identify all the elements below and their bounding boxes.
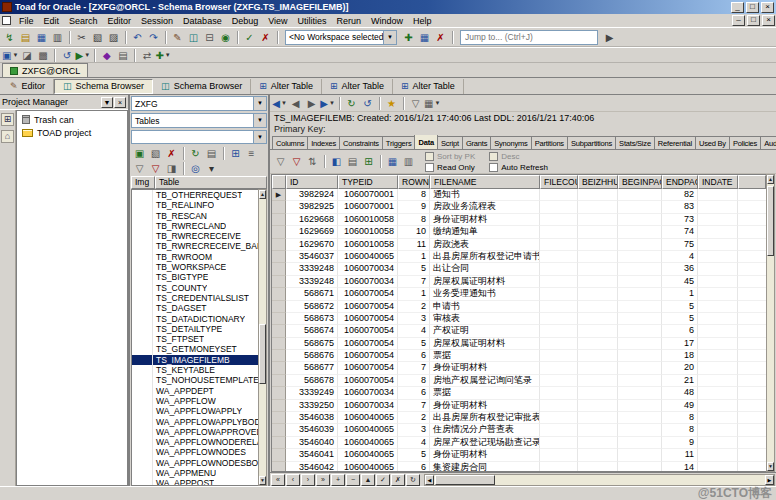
cell-beizhhu[interactable] [578, 462, 618, 471]
cell-indate[interactable] [698, 375, 738, 387]
cell-filename[interactable]: 身份证明材料 [430, 400, 540, 412]
child-window-icon[interactable] [2, 16, 11, 25]
menu-item-window[interactable]: Window [366, 16, 408, 26]
workspace-select[interactable]: <No Workspace selected> ▼ [285, 30, 397, 45]
table-list-item[interactable]: TS_FTPSET [132, 334, 258, 344]
cell-filecount[interactable] [540, 462, 578, 471]
cell-filecount[interactable] [540, 412, 578, 424]
cell-typeid[interactable]: 1060010058 [338, 226, 398, 238]
cell-filename[interactable]: 房政业务流程表 [430, 201, 540, 213]
cell-beginpage[interactable] [618, 301, 662, 313]
grid-scroll-left-icon[interactable]: ◀ [425, 475, 434, 485]
cell-rowno[interactable]: 4 [398, 325, 430, 337]
cell-indate[interactable] [698, 313, 738, 325]
cell-indate[interactable] [698, 400, 738, 412]
cell-filename[interactable]: 房政浇表 [430, 239, 540, 251]
cell-beizhhu[interactable] [578, 201, 618, 213]
cell-filename[interactable]: 住房情况分户普查表 [430, 424, 540, 436]
delete-record-icon[interactable]: − [346, 474, 360, 486]
copy-icon[interactable]: ▧ [90, 30, 105, 45]
table-list-item[interactable]: TS_CREDENTIALSLIST [132, 293, 258, 303]
cell-filename[interactable]: 房屋权属证明材料 [430, 338, 540, 350]
cell-beizhhu[interactable] [578, 263, 618, 275]
menu-item-utilities[interactable]: Utilities [293, 16, 332, 26]
cell-filename[interactable]: 票据 [430, 387, 540, 399]
tab-policies[interactable]: Policies [729, 136, 761, 149]
copy-object-icon[interactable]: ▧ [148, 146, 163, 161]
script-object-icon[interactable]: ▤ [204, 146, 219, 161]
table-row[interactable]: 1629669106001005810缴纳通知单74 [272, 226, 766, 238]
window-tab-alter-table-3[interactable]: ⊞Alter Table [251, 79, 322, 94]
filter-tables-icon[interactable]: ▽ [132, 161, 147, 176]
table-list-scrollbar[interactable]: ▲ ▼ [258, 189, 267, 486]
filter-data-icon[interactable]: ▽ [273, 154, 288, 169]
cell-rowno[interactable]: 3 [398, 424, 430, 436]
cell-id[interactable]: 1629669 [286, 226, 338, 238]
cell-typeid[interactable]: 1060070034 [338, 263, 398, 275]
paste-icon[interactable]: ▨ [106, 30, 121, 45]
grid-scroll-down-icon[interactable]: ▼ [767, 462, 774, 471]
table-row[interactable]: 56867110600700541业务受理通知书1 [272, 288, 766, 300]
next-object-icon[interactable]: ▶ [304, 96, 319, 111]
cell-beginpage[interactable] [618, 214, 662, 226]
database-icon[interactable]: ⊟ [202, 30, 217, 45]
cell-filecount[interactable] [540, 214, 578, 226]
cell-beizhhu[interactable] [578, 251, 618, 263]
table-list-item[interactable]: TS_COUNTY [132, 283, 258, 293]
cell-beginpage[interactable] [618, 239, 662, 251]
window-tab-schema-browser-1[interactable]: ◫Schema Browser [54, 79, 153, 94]
menu-item-database[interactable]: Database [178, 16, 227, 26]
cell-endpage[interactable]: 73 [662, 214, 698, 226]
jump-go-icon[interactable]: ▶ [602, 30, 617, 45]
checkbox-icon[interactable] [489, 152, 498, 161]
cell-typeid[interactable]: 1060010058 [338, 214, 398, 226]
tab-triggers[interactable]: Triggers [382, 136, 416, 149]
cell-rowno[interactable]: 8 [398, 189, 430, 201]
table-list-item[interactable]: TS_IMAGEFILEMB [132, 355, 258, 365]
table-list-item[interactable]: TS_DAGSET [132, 303, 258, 313]
cell-rowno[interactable]: 9 [398, 201, 430, 213]
grid-scroll-up-icon[interactable]: ▲ [767, 175, 774, 184]
cell-rowno[interactable]: 10 [398, 226, 430, 238]
cell-beginpage[interactable] [618, 325, 662, 337]
menu-item-search[interactable]: Search [64, 16, 103, 26]
cell-rowno[interactable]: 2 [398, 412, 430, 424]
cell-typeid[interactable]: 1060070054 [338, 288, 398, 300]
table-row[interactable]: 354604210600400656集资建房合同14 [272, 462, 766, 471]
data-grid-scrollbar[interactable]: ▲ ▼ [766, 174, 775, 472]
cell-beginpage[interactable] [618, 400, 662, 412]
cell-filecount[interactable] [540, 449, 578, 461]
cell-filename[interactable]: 房屋权属证明材料 [430, 276, 540, 288]
checkbox-icon[interactable] [425, 152, 434, 161]
close-button[interactable]: × [761, 2, 774, 13]
cell-beginpage[interactable] [618, 189, 662, 201]
table-list-item[interactable]: TS_DETAILTYPE [132, 324, 258, 334]
tab-grants[interactable]: Grants [462, 136, 491, 149]
table-row[interactable]: 333925010600700347身份证明材料49 [272, 400, 766, 412]
cell-filename[interactable]: 产权证明 [430, 325, 540, 337]
drop-object-icon[interactable]: ✗ [164, 146, 179, 161]
cut-icon[interactable]: ✂ [74, 30, 89, 45]
cell-filename[interactable]: 集资建房合同 [430, 462, 540, 471]
cell-id[interactable]: 568672 [286, 301, 338, 313]
menu-item-view[interactable]: View [263, 16, 292, 26]
tab-stats-size[interactable]: Stats/Size [615, 136, 655, 149]
cell-beizhhu[interactable] [578, 189, 618, 201]
cell-rowno[interactable]: 8 [398, 375, 430, 387]
project-manager-close-icon[interactable]: × [114, 97, 126, 108]
cell-rowno[interactable]: 5 [398, 449, 430, 461]
create-object-icon[interactable]: ▣ [132, 146, 147, 161]
column-header-table[interactable]: Table [155, 176, 267, 189]
tab-constraints[interactable]: Constraints [339, 136, 383, 149]
window-tab-alter-table-4[interactable]: ⊞Alter Table [322, 79, 393, 94]
find-object-icon[interactable]: ◎ [188, 161, 203, 176]
cell-rowno[interactable]: 11 [398, 239, 430, 251]
cell-beizhhu[interactable] [578, 239, 618, 251]
cancel-edit-icon[interactable]: ✗ [391, 474, 405, 486]
table-list-item[interactable]: TS_KEYTABLE [132, 365, 258, 375]
cell-beizhhu[interactable] [578, 387, 618, 399]
workspace-close-icon[interactable]: ✗ [433, 30, 448, 45]
new-connection-icon[interactable]: ↯ [2, 30, 17, 45]
cell-beginpage[interactable] [618, 412, 662, 424]
cell-filecount[interactable] [540, 201, 578, 213]
